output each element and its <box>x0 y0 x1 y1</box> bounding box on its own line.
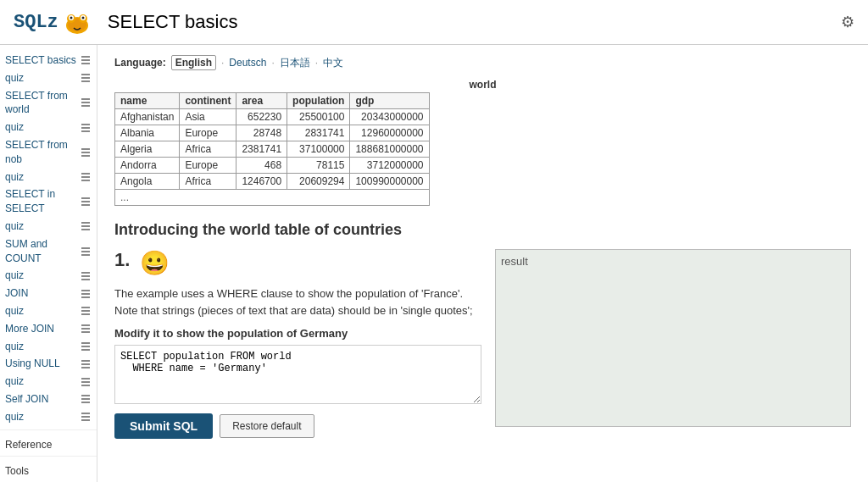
restore-default-button[interactable]: Restore default <box>220 414 314 438</box>
lang-deutsch[interactable]: Deutsch <box>229 57 266 69</box>
logo-frog-icon <box>62 7 92 37</box>
col-header-name: name <box>115 93 180 109</box>
menu-bar-icon-13 <box>81 342 90 351</box>
question-emoji: 😀 <box>140 250 170 276</box>
question-number: 1. <box>114 249 130 270</box>
world-table-section: world namecontinentareapopulationgdp Afg… <box>114 79 851 206</box>
result-placeholder: result <box>501 255 528 268</box>
menu-bar-icon-7 <box>81 222 90 230</box>
result-box: result <box>495 249 851 427</box>
logo-text: SQLz <box>14 12 58 33</box>
menu-bar-icon-9 <box>81 272 90 280</box>
sidebar-item-5[interactable]: quiz <box>0 169 97 186</box>
menu-bar-icon-2 <box>81 98 90 107</box>
table-ellipsis-row: ... <box>115 190 430 206</box>
sidebar-item-12[interactable]: More JOIN <box>0 320 97 338</box>
sidebar-section-0[interactable]: Reference <box>0 434 97 452</box>
sidebar-item-13[interactable]: quiz <box>0 338 97 356</box>
menu-bar-icon-8 <box>81 247 90 256</box>
sidebar-item-3[interactable]: quiz <box>0 119 97 136</box>
sidebar-item-1[interactable]: quiz <box>0 69 97 87</box>
menu-bar-icon-16 <box>81 395 90 403</box>
task-label: Modify it to show the population of Germ… <box>114 327 481 340</box>
sidebar-item-9[interactable]: quiz <box>0 267 97 285</box>
gear-icon[interactable]: ⚙ <box>841 13 854 31</box>
page-title: SELECT basics <box>108 11 238 33</box>
sql-editor[interactable] <box>114 345 481 404</box>
sidebar-divider-1 <box>0 456 97 457</box>
sidebar-item-16[interactable]: Self JOIN <box>0 391 97 408</box>
sidebar-item-7[interactable]: quiz <box>0 218 97 235</box>
menu-bar-icon-12 <box>81 324 90 333</box>
menu-bar-icon-1 <box>81 74 90 82</box>
menu-bar-icon-11 <box>81 307 90 315</box>
menu-bar-icon-4 <box>81 148 90 157</box>
col-header-area: area <box>236 93 287 109</box>
table-row: AfghanistanAsia6522302550010020343000000 <box>115 109 430 125</box>
menu-bar-icon-14 <box>81 360 90 368</box>
lang-chinese[interactable]: 中文 <box>323 56 343 70</box>
content: Language: English · Deutsch · 日本語 · 中文 w… <box>97 45 868 482</box>
table-row: AlbaniaEurope28748283174112960000000 <box>115 125 430 141</box>
intro-title: Introducing the world table of countries <box>114 221 851 239</box>
description-text: The example uses a WHERE clause to show … <box>114 285 481 319</box>
language-label: Language: <box>114 57 166 69</box>
sidebar-item-15[interactable]: quiz <box>0 373 97 391</box>
sidebar-item-14[interactable]: Using NULL <box>0 355 97 373</box>
world-table-body: AfghanistanAsia6522302550010020343000000… <box>115 109 430 206</box>
main-layout: SELECT basicsquizSELECT from worldquizSE… <box>0 45 868 482</box>
language-bar: Language: English · Deutsch · 日本語 · 中文 <box>114 55 851 70</box>
menu-bar-icon-15 <box>81 378 90 386</box>
world-table: namecontinentareapopulationgdp Afghanist… <box>114 92 430 206</box>
right-col: result <box>495 249 851 439</box>
menu-bar-icon-5 <box>81 173 90 181</box>
table-row: AndorraEurope468781153712000000 <box>115 158 430 174</box>
menu-bar-icon-10 <box>81 290 90 298</box>
button-row: Submit SQL Restore default <box>114 413 481 439</box>
menu-bar-icon-3 <box>81 124 90 132</box>
col-header-continent: continent <box>180 93 236 109</box>
sidebar-item-0[interactable]: SELECT basics <box>0 52 97 69</box>
sidebar-item-4[interactable]: SELECT from nob <box>0 136 97 169</box>
lang-english[interactable]: English <box>171 55 216 70</box>
sidebar: SELECT basicsquizSELECT from worldquizSE… <box>0 45 97 482</box>
intro-section: Introducing the world table of countries… <box>114 221 851 439</box>
table-row: AngolaAfrica124670020609294100990000000 <box>115 174 430 190</box>
world-table-title: world <box>114 79 851 91</box>
sidebar-item-8[interactable]: SUM and COUNT <box>0 235 97 268</box>
svg-point-7 <box>81 17 84 19</box>
svg-point-6 <box>70 17 72 19</box>
header: SQLz SELECT basics ⚙ <box>0 0 868 45</box>
sidebar-item-10[interactable]: JOIN <box>0 285 97 302</box>
logo: SQLz <box>14 7 92 37</box>
menu-bar-icon-6 <box>81 197 90 206</box>
col-header-population: population <box>287 93 350 109</box>
sidebar-item-2[interactable]: SELECT from world <box>0 87 97 119</box>
left-col: 1. 😀 The example uses a WHERE clause to … <box>114 249 481 439</box>
sidebar-item-17[interactable]: quiz <box>0 408 97 426</box>
sidebar-section-1[interactable]: Tools <box>0 460 97 479</box>
two-col: 1. 😀 The example uses a WHERE clause to … <box>114 249 851 439</box>
lang-japanese[interactable]: 日本語 <box>280 56 310 70</box>
sidebar-item-6[interactable]: SELECT in SELECT <box>0 186 97 218</box>
table-row: AlgeriaAfrica238174137100000188681000000 <box>115 141 430 158</box>
world-table-header-row: namecontinentareapopulationgdp <box>115 93 430 109</box>
sidebar-item-11[interactable]: quiz <box>0 302 97 320</box>
menu-bar-icon-0 <box>81 56 90 64</box>
col-header-gdp: gdp <box>350 93 429 109</box>
menu-bar-icon-17 <box>81 413 90 421</box>
submit-sql-button[interactable]: Submit SQL <box>114 413 213 439</box>
question-header: 1. 😀 <box>114 249 481 277</box>
sidebar-divider-0 <box>0 429 97 430</box>
header-left: SQLz SELECT basics <box>14 7 237 37</box>
